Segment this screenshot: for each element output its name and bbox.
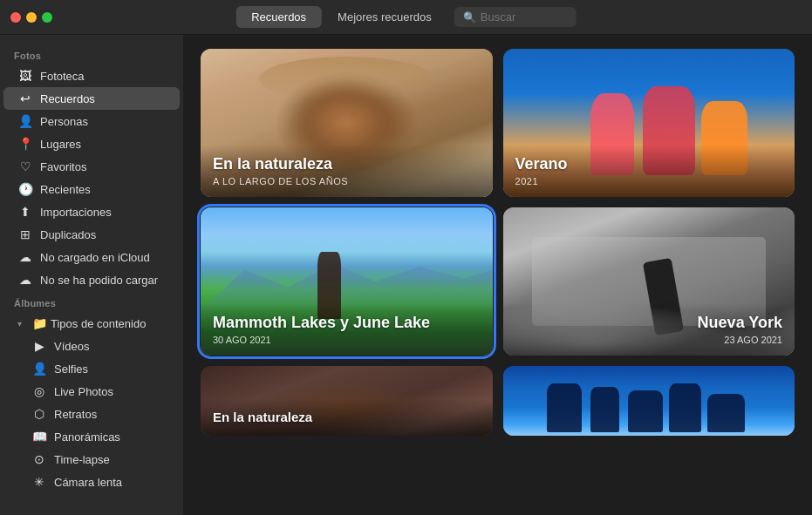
- memory-card-blue[interactable]: [503, 366, 795, 436]
- retratos-icon: ⬡: [31, 407, 47, 421]
- sidebar-item-no-podido[interactable]: ☁ No se ha podido cargar: [3, 268, 180, 291]
- time-lapse-label: Time-lapse: [54, 453, 110, 466]
- recuerdos-label: Recuerdos: [40, 92, 95, 105]
- importaciones-icon: ⬆: [17, 205, 33, 219]
- sidebar-item-recientes[interactable]: 🕐 Recientes: [3, 178, 180, 200]
- no-cargado-icon: ☁: [17, 250, 33, 264]
- albumes-section-label: Álbumes: [0, 291, 183, 312]
- card-overlay-verano: Verano 2021: [503, 145, 795, 197]
- recientes-icon: 🕐: [17, 182, 33, 196]
- titlebar-center: Recuerdos Mejores recuerdos 🔍: [235, 6, 577, 28]
- recientes-label: Recientes: [40, 183, 91, 196]
- main-layout: Fotos 🖼 Fototeca ↩ Recuerdos 👤 Personas …: [0, 35, 812, 515]
- duplicados-label: Duplicados: [40, 228, 96, 241]
- sidebar-item-no-cargado[interactable]: ☁ No cargado en iCloud: [3, 246, 180, 268]
- tab-mejores-recuerdos[interactable]: Mejores recuerdos: [322, 6, 447, 28]
- selfies-label: Selfies: [54, 363, 88, 376]
- card-overlay-mammoth: Mammoth Lakes y June Lake 30 AGO 2021: [201, 303, 493, 356]
- no-podido-label: No se ha podido cargar: [40, 274, 158, 287]
- titlebar: Recuerdos Mejores recuerdos 🔍: [0, 0, 812, 35]
- time-lapse-icon: ⊙: [31, 452, 47, 466]
- sidebar-item-time-lapse[interactable]: ⊙ Time-lapse: [3, 448, 180, 471]
- tipos-disclosure-icon: ▾: [17, 319, 28, 329]
- memories-grid: En la naturaleza A LO LARGO DE LOS AÑOS …: [201, 49, 795, 436]
- no-cargado-label: No cargado en iCloud: [40, 251, 150, 264]
- sidebar-item-importaciones[interactable]: ⬆ Importaciones: [3, 200, 180, 223]
- sidebar-item-live-photos[interactable]: ◎ Live Photos: [3, 380, 180, 403]
- sidebar-item-lugares[interactable]: 📍 Lugares: [3, 132, 180, 155]
- sidebar-item-fototeca[interactable]: 🖼 Fototeca: [3, 64, 180, 87]
- videos-icon: ▶: [31, 339, 47, 353]
- no-podido-icon: ☁: [17, 273, 33, 287]
- fototeca-icon: 🖼: [17, 69, 33, 83]
- card-overlay-nueva-york: Nueva York 23 AGO 2021: [503, 303, 795, 356]
- sidebar-item-selfies[interactable]: 👤 Selfies: [3, 357, 180, 380]
- card-overlay-en-la-naturaleza: En la naturaleza A LO LARGO DE LOS AÑOS: [201, 145, 493, 197]
- search-icon: 🔍: [463, 11, 476, 24]
- tipos-icon: 📁: [31, 316, 47, 330]
- personas-icon: 👤: [17, 114, 33, 128]
- card-photo-blue: [503, 366, 795, 436]
- minimize-button[interactable]: [26, 12, 37, 23]
- card-title-verano: Verano: [515, 155, 783, 174]
- search-bar: 🔍: [454, 7, 577, 27]
- sidebar-item-personas[interactable]: 👤 Personas: [3, 110, 180, 132]
- retratos-label: Retratos: [54, 408, 97, 421]
- duplicados-icon: ⊞: [17, 227, 33, 241]
- personas-label: Personas: [40, 115, 88, 128]
- videos-label: Vídeos: [54, 340, 89, 353]
- lugares-icon: 📍: [17, 137, 33, 151]
- camara-lenta-label: Cámara lenta: [54, 476, 122, 489]
- importaciones-label: Importaciones: [40, 206, 112, 219]
- card-subtitle-en-la-naturaleza: A LO LARGO DE LOS AÑOS: [213, 176, 481, 186]
- panoramicas-icon: 📖: [31, 430, 47, 444]
- card-title-mammoth: Mammoth Lakes y June Lake: [213, 314, 481, 333]
- sidebar-item-camara-lenta[interactable]: ✳ Cámara lenta: [3, 471, 180, 493]
- card-overlay-en-la-naturaleza-2: En la naturaleza: [201, 399, 493, 436]
- card-title-nueva-york: Nueva York: [515, 314, 783, 333]
- sidebar: Fotos 🖼 Fototeca ↩ Recuerdos 👤 Personas …: [0, 35, 183, 515]
- sidebar-item-recuerdos[interactable]: ↩ Recuerdos: [3, 87, 180, 110]
- memory-card-mammoth[interactable]: Mammoth Lakes y June Lake 30 AGO 2021: [201, 207, 493, 356]
- favoritos-icon: ♡: [17, 159, 33, 173]
- sidebar-item-tipos-contenido[interactable]: ▾ 📁 Tipos de contenido: [3, 312, 180, 335]
- content-area: En la naturaleza A LO LARGO DE LOS AÑOS …: [183, 35, 812, 515]
- memory-card-nueva-york[interactable]: Nueva York 23 AGO 2021: [503, 207, 795, 356]
- panoramicas-label: Panorámicas: [54, 430, 120, 444]
- sidebar-item-retratos[interactable]: ⬡ Retratos: [3, 403, 180, 425]
- card-title-en-la-naturaleza: En la naturaleza: [213, 155, 481, 174]
- maximize-button[interactable]: [42, 12, 52, 23]
- tipos-label: Tipos de contenido: [51, 317, 146, 330]
- fototeca-label: Fototeca: [40, 70, 85, 83]
- close-button[interactable]: [10, 12, 21, 23]
- recuerdos-icon: ↩: [17, 91, 33, 105]
- fotos-section-label: Fotos: [0, 44, 183, 64]
- sidebar-item-duplicados[interactable]: ⊞ Duplicados: [3, 223, 180, 246]
- live-photos-label: Live Photos: [54, 385, 113, 398]
- card-title-en-la-naturaleza-2: En la naturaleza: [213, 410, 481, 425]
- memory-card-verano[interactable]: Verano 2021: [503, 49, 795, 197]
- sidebar-item-favoritos[interactable]: ♡ Favoritos: [3, 155, 180, 178]
- tab-recuerdos[interactable]: Recuerdos: [235, 6, 322, 28]
- favoritos-label: Favoritos: [40, 160, 86, 173]
- memory-card-en-la-naturaleza[interactable]: En la naturaleza A LO LARGO DE LOS AÑOS: [201, 49, 493, 197]
- traffic-lights: [10, 12, 52, 23]
- card-date-mammoth: 30 AGO 2021: [213, 335, 481, 345]
- camara-lenta-icon: ✳: [31, 475, 47, 489]
- live-photos-icon: ◎: [31, 384, 47, 398]
- lugares-label: Lugares: [40, 138, 81, 151]
- memory-card-en-la-naturaleza-2[interactable]: En la naturaleza: [201, 366, 493, 436]
- selfies-icon: 👤: [31, 362, 47, 376]
- card-date-nueva-york: 23 AGO 2021: [515, 335, 783, 345]
- sidebar-item-videos[interactable]: ▶ Vídeos: [3, 335, 180, 357]
- card-subtitle-verano: 2021: [515, 176, 783, 186]
- sidebar-item-panoramicas[interactable]: 📖 Panorámicas: [3, 425, 180, 448]
- search-input[interactable]: [481, 10, 568, 24]
